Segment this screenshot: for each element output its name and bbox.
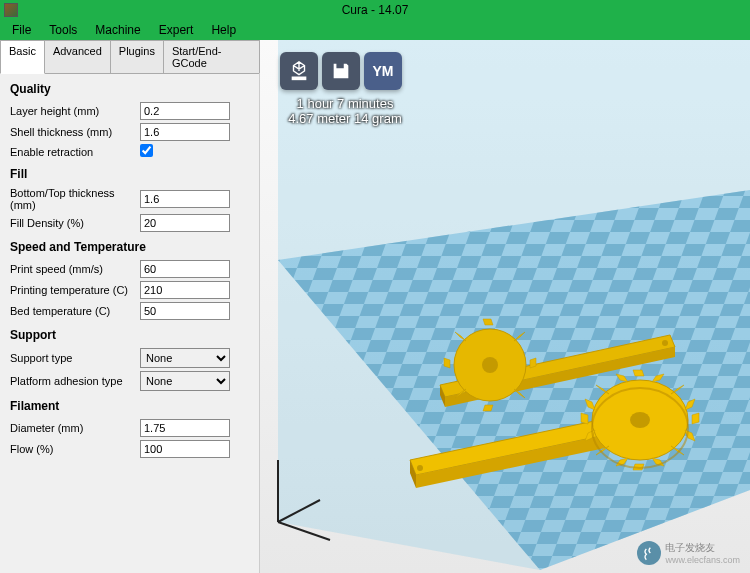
flow-input[interactable] xyxy=(140,440,230,458)
field-layer-height: Layer height (mm) xyxy=(10,102,249,120)
printing-temp-label: Printing temperature (C) xyxy=(10,284,140,296)
platform-adhesion-select[interactable]: None xyxy=(140,371,230,391)
svg-point-20 xyxy=(417,465,423,471)
svg-point-12 xyxy=(482,357,498,373)
menu-help[interactable]: Help xyxy=(203,21,244,39)
field-enable-retraction: Enable retraction xyxy=(10,144,249,159)
fill-density-label: Fill Density (%) xyxy=(10,217,140,229)
printing-temp-input[interactable] xyxy=(140,281,230,299)
print-material: 4.67 meter 14 gram xyxy=(280,111,410,126)
field-bed-temp: Bed temperature (C) xyxy=(10,302,249,320)
settings-sidebar: Basic Advanced Plugins Start/End-GCode Q… xyxy=(0,40,260,573)
load-model-icon xyxy=(288,60,310,82)
print-speed-label: Print speed (mm/s) xyxy=(10,263,140,275)
watermark: 电子发烧友 www.elecfans.com xyxy=(637,541,740,565)
enable-retraction-label: Enable retraction xyxy=(10,146,140,158)
shell-thickness-input[interactable] xyxy=(140,123,230,141)
section-support: Support xyxy=(10,328,249,342)
bed-temp-input[interactable] xyxy=(140,302,230,320)
print-time: 1 hour 7 minutes xyxy=(280,96,410,111)
settings-panel: Quality Layer height (mm) Shell thicknes… xyxy=(0,74,259,573)
shell-thickness-label: Shell thickness (mm) xyxy=(10,126,140,138)
layer-height-input[interactable] xyxy=(140,102,230,120)
support-type-label: Support type xyxy=(10,352,140,364)
field-platform-adhesion: Platform adhesion type None xyxy=(10,371,249,391)
section-speed-temp: Speed and Temperature xyxy=(10,240,249,254)
save-icon xyxy=(330,60,352,82)
field-bottom-top: Bottom/Top thickness (mm) xyxy=(10,187,249,211)
bed-temp-label: Bed temperature (C) xyxy=(10,305,140,317)
print-info: 1 hour 7 minutes 4.67 meter 14 gram xyxy=(280,96,410,126)
load-model-button[interactable] xyxy=(280,52,318,90)
tabs-container: Basic Advanced Plugins Start/End-GCode xyxy=(0,40,259,74)
print-speed-input[interactable] xyxy=(140,260,230,278)
svg-point-18 xyxy=(630,412,650,428)
support-type-select[interactable]: None xyxy=(140,348,230,368)
enable-retraction-checkbox[interactable] xyxy=(140,144,153,157)
watermark-brand: 电子发烧友 xyxy=(665,541,740,555)
window-title: Cura - 14.07 xyxy=(342,3,409,17)
ym-button[interactable]: YM xyxy=(364,52,402,90)
diameter-label: Diameter (mm) xyxy=(10,422,140,434)
field-fill-density: Fill Density (%) xyxy=(10,214,249,232)
titlebar: Cura - 14.07 xyxy=(0,0,750,20)
layer-height-label: Layer height (mm) xyxy=(10,105,140,117)
watermark-url: www.elecfans.com xyxy=(665,555,740,565)
platform-adhesion-label: Platform adhesion type xyxy=(10,375,140,387)
diameter-input[interactable] xyxy=(140,419,230,437)
field-printing-temp: Printing temperature (C) xyxy=(10,281,249,299)
field-shell-thickness: Shell thickness (mm) xyxy=(10,123,249,141)
ym-label: YM xyxy=(373,63,394,79)
svg-point-13 xyxy=(662,340,668,346)
3d-viewport[interactable]: YM 1 hour 7 minutes 4.67 meter 14 gram xyxy=(260,40,750,573)
tab-basic[interactable]: Basic xyxy=(0,40,45,74)
flow-label: Flow (%) xyxy=(10,443,140,455)
section-filament: Filament xyxy=(10,399,249,413)
fill-density-input[interactable] xyxy=(140,214,230,232)
app-icon xyxy=(4,3,18,17)
tab-advanced[interactable]: Advanced xyxy=(44,40,111,73)
field-print-speed: Print speed (mm/s) xyxy=(10,260,249,278)
field-support-type: Support type None xyxy=(10,348,249,368)
menu-file[interactable]: File xyxy=(4,21,39,39)
tab-gcode[interactable]: Start/End-GCode xyxy=(163,40,260,73)
tab-plugins[interactable]: Plugins xyxy=(110,40,164,73)
section-fill: Fill xyxy=(10,167,249,181)
bottom-top-input[interactable] xyxy=(140,190,230,208)
save-button[interactable] xyxy=(322,52,360,90)
menu-expert[interactable]: Expert xyxy=(151,21,202,39)
menu-tools[interactable]: Tools xyxy=(41,21,85,39)
viewport-toolbar: YM xyxy=(280,52,402,90)
menu-machine[interactable]: Machine xyxy=(87,21,148,39)
watermark-icon xyxy=(637,541,661,565)
field-flow: Flow (%) xyxy=(10,440,249,458)
field-diameter: Diameter (mm) xyxy=(10,419,249,437)
menubar: File Tools Machine Expert Help xyxy=(0,20,750,40)
bottom-top-label: Bottom/Top thickness (mm) xyxy=(10,187,140,211)
main-area: Basic Advanced Plugins Start/End-GCode Q… xyxy=(0,40,750,573)
section-quality: Quality xyxy=(10,82,249,96)
